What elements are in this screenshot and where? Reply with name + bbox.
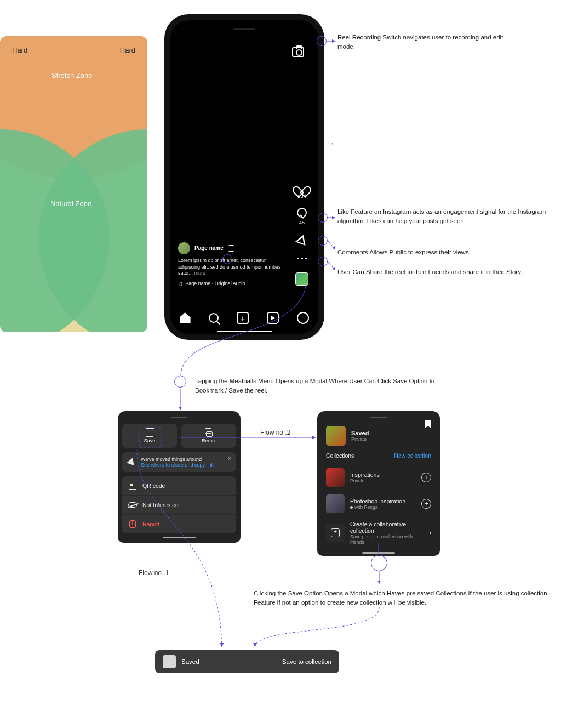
saved-header: Saved Private	[322, 424, 436, 452]
comment-icon	[297, 208, 307, 218]
comment-count: 45	[299, 220, 305, 225]
search-icon[interactable]	[209, 313, 219, 323]
create-icon[interactable]: +	[237, 312, 249, 324]
venn-label-hard-right: Hard	[120, 46, 135, 54]
avatar[interactable]	[178, 242, 190, 254]
options-list: QR code Not Interested Report	[122, 476, 236, 533]
anno-ring-collections	[371, 555, 387, 571]
add-icon[interactable]: +	[421, 499, 431, 509]
people-plus-icon	[331, 528, 340, 537]
like-button[interactable]: 234	[296, 180, 308, 199]
anno-ring-share	[318, 257, 328, 266]
follow-button[interactable]: ·	[228, 245, 234, 252]
more-link[interactable]: more	[194, 270, 206, 276]
home-indicator	[163, 537, 196, 538]
saved-thumb	[326, 426, 346, 446]
svg-line-2	[328, 241, 335, 249]
meatball-icon	[297, 258, 307, 260]
report-option[interactable]: Report	[122, 515, 236, 533]
remix-icon	[205, 428, 213, 437]
save-button[interactable]: Save	[122, 424, 177, 448]
saved-sub: Private	[351, 436, 369, 442]
reel-meta: Page name · Lorem ipsum dolor sit amet, …	[178, 242, 283, 287]
qr-option[interactable]: QR code	[122, 476, 236, 496]
saved-title: Saved	[351, 430, 369, 436]
anno-like: Like Feature on Instagram acts as an eng…	[337, 207, 557, 225]
anno-camera: Reel Recording Switch navigates user to …	[337, 33, 513, 51]
share-button[interactable]	[296, 233, 308, 245]
phone-frame: 234 45 Page name · Lorem ipsum dolor sit…	[164, 14, 324, 340]
qr-icon	[129, 482, 136, 490]
anno-ring-like	[318, 213, 328, 223]
camera-icon[interactable]	[292, 47, 304, 57]
send-icon	[295, 233, 309, 246]
anno-ring-comment	[318, 236, 328, 246]
flow-2-label: Flow no .2	[260, 429, 290, 436]
page-name[interactable]: Page name	[194, 245, 224, 251]
close-icon[interactable]: ✕	[227, 456, 232, 462]
profile-icon[interactable]	[297, 312, 309, 324]
chevron-right-icon: ›	[429, 529, 431, 537]
comment-button[interactable]: 45	[296, 207, 308, 225]
anno-collections: Clicking the Save Option Opens a Modal w…	[254, 589, 560, 607]
reel-action-rail: 234 45	[295, 180, 308, 286]
chevron-icon: ›	[331, 140, 334, 147]
eye-off-icon	[128, 502, 137, 508]
saved-toast: Saved Save to collection	[155, 650, 339, 673]
toast-thumb	[163, 655, 176, 668]
anno-ring-follow	[222, 254, 232, 264]
venn-card: Hard Hard Stretch Zone Natural Zone	[0, 36, 147, 332]
collection-row[interactable]: Photoshop inspirationwith Renga +	[322, 491, 436, 517]
info-banner: We've moved things around See where to s…	[122, 452, 236, 472]
home-indicator	[362, 552, 395, 554]
collab-thumb	[326, 524, 345, 542]
not-interested-option[interactable]: Not Interested	[122, 496, 236, 515]
venn-label-hard-left: Hard	[12, 46, 27, 54]
svg-line-3	[328, 261, 335, 270]
anno-ring-camera	[317, 36, 327, 46]
collections-title: Collections	[326, 452, 354, 459]
report-icon	[129, 520, 136, 528]
toast-saved: Saved	[181, 658, 199, 665]
more-button[interactable]	[296, 253, 308, 265]
anno-meatball: Tapping the Meatballs Menu Opens up a Mo…	[195, 377, 458, 395]
heart-icon	[296, 181, 307, 191]
reels-icon[interactable]	[267, 312, 279, 324]
send-icon	[128, 458, 135, 465]
bookmark-icon	[146, 428, 153, 437]
bookmark-filled-icon[interactable]	[425, 420, 431, 428]
venn-label-stretch: Stretch Zone	[51, 71, 92, 79]
music-icon: ♫	[178, 280, 182, 287]
toast-action[interactable]: Save to collection	[282, 658, 331, 665]
flow-1-label: Flow no .1	[139, 569, 169, 577]
collection-row[interactable]: InspirationsPrivate +	[322, 464, 436, 491]
home-indicator	[217, 331, 272, 332]
collections-sheet: Saved Private Collections New collection…	[317, 411, 440, 556]
add-icon[interactable]: +	[421, 473, 431, 482]
collection-thumb	[326, 468, 345, 487]
grabber[interactable]	[171, 417, 187, 418]
create-collaborative-row[interactable]: Create a collaborative collectionSave po…	[322, 517, 436, 549]
grabber[interactable]	[370, 417, 387, 418]
audio-row[interactable]: ♫Page name · Original Audio	[178, 280, 283, 287]
phone-screen: 234 45 Page name · Lorem ipsum dolor sit…	[170, 20, 318, 334]
remix-button[interactable]: Remix	[181, 424, 236, 448]
home-icon[interactable]	[180, 312, 191, 323]
banner-link[interactable]: See where to share and copy link	[141, 462, 231, 468]
new-collection-link[interactable]: New collection	[394, 452, 431, 459]
tabbar: +	[170, 306, 318, 329]
anno-share: User Can Share the reel to their Friends…	[337, 268, 557, 277]
options-sheet: Save Remix We've moved things around See…	[118, 411, 241, 543]
anno-ring-meatball	[174, 376, 186, 388]
audio-thumb[interactable]	[295, 272, 308, 286]
banner-title: We've moved things around	[141, 457, 231, 462]
collection-thumb	[326, 494, 345, 513]
anno-comment: Comments Allows Public to express their …	[337, 248, 557, 257]
venn-label-natural: Natural Zone	[50, 200, 91, 208]
